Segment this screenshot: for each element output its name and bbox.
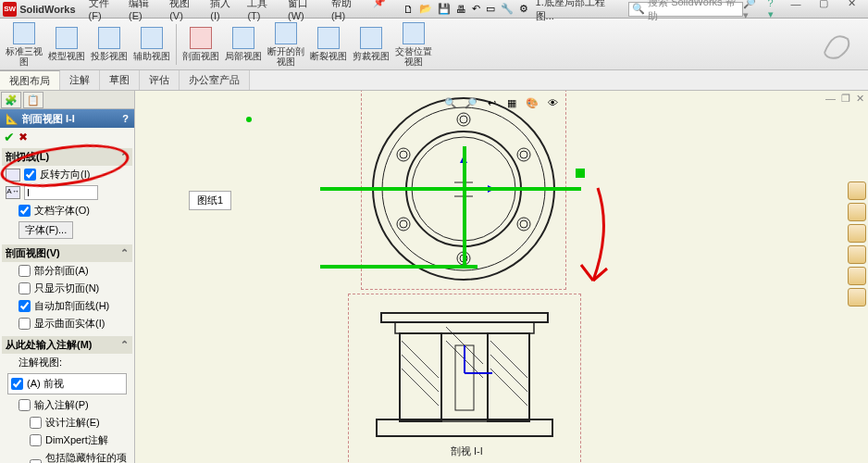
ribbon-toolbar: 标准三视图 模型视图 投影视图 辅助视图 剖面视图 局部视图 断开的剖视图 断裂…: [0, 19, 868, 70]
section-cut-line[interactable]: [320, 187, 581, 191]
minimize-button[interactable]: —: [786, 0, 806, 10]
auto-hatch-checkbox[interactable]: [19, 300, 31, 312]
section-view-icon[interactable]: ▦: [503, 94, 520, 111]
chevron-up-icon: ⌃: [120, 151, 129, 163]
taskpane-custom-icon[interactable]: [848, 288, 866, 307]
open-icon[interactable]: 📂: [419, 3, 432, 15]
ribbon-modelview[interactable]: 模型视图: [46, 21, 87, 68]
drawing-section-view[interactable]: 剖视 I-I: [353, 299, 576, 461]
pm-tab-feature-tree[interactable]: 🧩: [1, 92, 21, 108]
display-style-icon[interactable]: 🎨: [524, 94, 540, 111]
chevron-up-icon: ⌃: [120, 247, 129, 259]
sheet-name-tag[interactable]: 图纸1: [189, 191, 231, 210]
search-box[interactable]: 🔍 搜索 SolidWorks 帮助: [628, 2, 743, 17]
tab-evaluate[interactable]: 评估: [140, 70, 180, 90]
command-tabs: 视图布局 注解 草图 评估 办公室产品: [0, 70, 868, 91]
tab-annotation[interactable]: 注解: [60, 70, 100, 90]
ribbon-break[interactable]: 断裂视图: [308, 21, 349, 68]
taskpane-resources-icon[interactable]: [848, 181, 866, 200]
pm-group-annotations[interactable]: 从此处输入注解(M)⌃: [2, 336, 132, 354]
show-solid-checkbox[interactable]: [19, 318, 31, 330]
pm-group-sectionview[interactable]: 剖面视图(V)⌃: [2, 244, 132, 262]
hide-show-icon[interactable]: 👁: [544, 94, 561, 111]
prev-view-icon[interactable]: ↩: [483, 94, 500, 111]
app-logo: SW: [3, 2, 17, 17]
pm-title: 剖面视图 I-I: [22, 112, 75, 126]
taskpane-palette-icon[interactable]: [848, 245, 866, 264]
titlebar: SW SolidWorks 文件(F) 编辑(E) 视图(V) 插入(I) 工具…: [0, 0, 868, 19]
note-view-label: 注解视图:: [19, 356, 62, 369]
pm-help-icon[interactable]: ?: [122, 113, 129, 124]
ribbon-std3view[interactable]: 标准三视图: [4, 21, 44, 68]
pm-tab-property[interactable]: 📋: [23, 92, 43, 108]
doc-font-checkbox[interactable]: [19, 205, 31, 217]
zoom-area-icon[interactable]: 🔎: [463, 94, 479, 111]
zoom-fit-icon[interactable]: 🔍: [442, 94, 459, 111]
tab-office[interactable]: 办公室产品: [180, 70, 250, 90]
pm-cancel-button[interactable]: ✖: [19, 131, 28, 144]
flip-direction-icon[interactable]: [6, 169, 20, 181]
partial-section-checkbox[interactable]: [19, 265, 31, 277]
ribbon-crop[interactable]: 剪裁视图: [351, 21, 391, 68]
chevron-up-icon: ⌃: [120, 339, 129, 351]
section-cut-line-bottom[interactable]: [320, 265, 477, 269]
help-icon[interactable]: ?▾: [768, 0, 778, 21]
pm-ok-button[interactable]: ✔: [4, 130, 15, 144]
search-placeholder: 搜索 SolidWorks 帮助: [648, 0, 739, 23]
app-name: SolidWorks: [19, 4, 75, 15]
tab-view-layout[interactable]: 视图布局: [0, 70, 60, 90]
doc-close-button[interactable]: ✕: [856, 93, 864, 105]
ribbon-broken-section[interactable]: 断开的剖视图: [266, 21, 306, 68]
annotation-red-arrow: [561, 183, 635, 304]
menu-view[interactable]: 视图(V): [166, 0, 205, 23]
pm-title-bar: 📐 剖面视图 I-I ?: [0, 109, 134, 128]
close-button[interactable]: ✕: [842, 0, 862, 10]
taskpane-appearance-icon[interactable]: [848, 267, 866, 285]
maximize-button[interactable]: ▢: [813, 0, 834, 10]
only-cut-checkbox[interactable]: [19, 282, 31, 294]
hidden-feat-checkbox[interactable]: [30, 459, 42, 464]
document-name: 1.底座局部工程图...: [536, 0, 619, 23]
menu-pin-icon[interactable]: 📌: [369, 0, 390, 23]
save-icon[interactable]: 💾: [438, 3, 451, 15]
ribbon-projview[interactable]: 投影视图: [89, 21, 130, 68]
section-label-input[interactable]: [24, 185, 98, 200]
taskpane-library-icon[interactable]: [848, 203, 866, 221]
menu-help[interactable]: 帮助(H): [328, 0, 367, 23]
menu-window[interactable]: 窗口(W): [284, 0, 326, 23]
print-icon[interactable]: 🖶: [456, 4, 466, 15]
search-go-icon[interactable]: 🔎▾: [743, 0, 761, 21]
menu-file[interactable]: 文件(F): [85, 0, 124, 23]
taskpane-explorer-icon[interactable]: [848, 224, 866, 243]
front-view-checkbox[interactable]: [11, 378, 23, 390]
ribbon-section[interactable]: 剖面视图: [180, 21, 221, 68]
menu-edit[interactable]: 编辑(E): [125, 0, 164, 23]
section-arrow-icon: [576, 169, 585, 178]
section-label-icon[interactable]: A↔: [6, 186, 20, 199]
rebuild-icon[interactable]: 🔧: [501, 3, 514, 15]
design-note-checkbox[interactable]: [30, 417, 42, 429]
menu-tools[interactable]: 工具(T): [243, 0, 282, 23]
font-button[interactable]: 字体(F)...: [19, 221, 73, 239]
pm-group-cutline[interactable]: 剖切线(L)⌃: [2, 148, 132, 166]
dimxpert-checkbox[interactable]: [30, 434, 42, 446]
menu-insert[interactable]: 插入(I): [206, 0, 242, 23]
options-icon[interactable]: ⚙: [519, 3, 528, 15]
section-cut-line-vertical[interactable]: [463, 146, 466, 269]
drawing-canvas[interactable]: 🔍 🔎 ↩ ▦ 🎨 👁 — ❐ ✕ 图纸1: [135, 91, 868, 463]
quick-access-toolbar: 🗋 📂 💾 🖶 ↶ ▭ 🔧 ⚙: [403, 3, 528, 15]
ribbon-auxview[interactable]: 辅助视图: [131, 21, 172, 68]
doc-minimize-button[interactable]: —: [825, 93, 836, 105]
doc-restore-button[interactable]: ❐: [841, 93, 850, 105]
reverse-direction-checkbox[interactable]: [24, 169, 36, 181]
select-icon[interactable]: ▭: [486, 3, 495, 15]
property-manager: 🧩 📋 📐 剖面视图 I-I ? ✔ ✖ 剖切线(L)⌃ 反转方向(I): [0, 91, 135, 463]
doc-font-label: 文档字体(O): [34, 204, 90, 218]
undo-icon[interactable]: ↶: [472, 3, 480, 15]
tab-sketch[interactable]: 草图: [100, 70, 140, 90]
handle-point[interactable]: [246, 117, 252, 122]
ribbon-detail[interactable]: 局部视图: [223, 21, 264, 68]
input-note-checkbox[interactable]: [19, 399, 31, 411]
ribbon-altpos[interactable]: 交替位置视图: [393, 21, 434, 68]
new-icon[interactable]: 🗋: [403, 4, 414, 15]
